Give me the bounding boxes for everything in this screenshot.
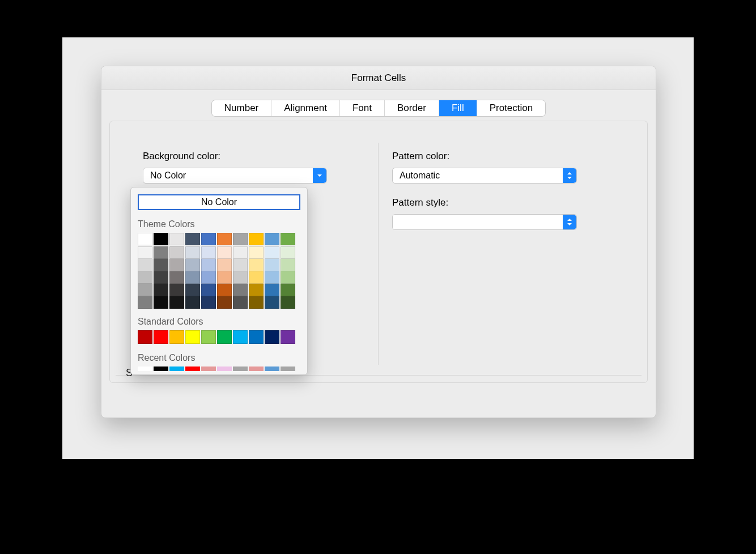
- color-swatch[interactable]: [217, 259, 232, 271]
- divider: [116, 375, 642, 376]
- theme-colors-title: Theme Colors: [138, 219, 300, 233]
- color-swatch[interactable]: [281, 296, 295, 309]
- color-swatch[interactable]: [154, 296, 168, 309]
- color-swatch[interactable]: [249, 259, 264, 271]
- color-swatch[interactable]: [265, 330, 279, 344]
- color-swatch[interactable]: [249, 330, 264, 344]
- theme-colors-row: [138, 233, 300, 245]
- color-swatch[interactable]: [138, 284, 152, 296]
- color-swatch[interactable]: [185, 233, 200, 245]
- color-swatch[interactable]: [138, 246, 152, 259]
- color-swatch[interactable]: [265, 284, 279, 296]
- color-swatch[interactable]: [201, 246, 216, 259]
- color-swatch[interactable]: [249, 271, 264, 284]
- color-swatch[interactable]: [265, 296, 279, 309]
- pattern-style-dropdown[interactable]: [392, 214, 577, 230]
- color-swatch[interactable]: [265, 233, 279, 245]
- color-swatch[interactable]: [154, 271, 168, 284]
- color-swatch[interactable]: [217, 271, 232, 284]
- color-swatch[interactable]: [185, 259, 200, 271]
- tab-number[interactable]: Number: [212, 100, 271, 116]
- color-swatch[interactable]: [249, 233, 264, 245]
- color-swatch[interactable]: [281, 271, 295, 284]
- pattern-style-label: Pattern style:: [392, 184, 614, 214]
- color-swatch[interactable]: [169, 246, 184, 259]
- color-swatch[interactable]: [233, 259, 248, 271]
- color-swatch[interactable]: [265, 259, 279, 271]
- background-color-dropdown[interactable]: No Color: [143, 168, 327, 184]
- chevron-updown-icon: [563, 168, 576, 183]
- color-swatch[interactable]: [249, 246, 264, 259]
- tab-protection[interactable]: Protection: [477, 100, 546, 116]
- tab-font[interactable]: Font: [340, 100, 385, 116]
- color-swatch[interactable]: [233, 330, 248, 344]
- color-swatch[interactable]: [217, 296, 232, 309]
- color-swatch[interactable]: [169, 271, 184, 284]
- tab-fill[interactable]: Fill: [439, 100, 477, 116]
- color-swatch[interactable]: [201, 233, 216, 245]
- tab-alignment[interactable]: Alignment: [271, 100, 340, 116]
- tab-border[interactable]: Border: [385, 100, 439, 116]
- color-swatch[interactable]: [281, 330, 295, 344]
- color-swatch[interactable]: [217, 284, 232, 296]
- color-swatch[interactable]: [154, 259, 168, 271]
- color-swatch[interactable]: [281, 367, 295, 371]
- color-swatch[interactable]: [185, 246, 200, 259]
- color-swatch[interactable]: [138, 233, 152, 245]
- pattern-color-value: Automatic: [400, 171, 440, 181]
- color-swatch[interactable]: [217, 330, 232, 344]
- color-swatch[interactable]: [201, 296, 216, 309]
- color-swatch[interactable]: [233, 367, 248, 371]
- no-color-button[interactable]: No Color: [138, 194, 300, 210]
- color-swatch[interactable]: [138, 259, 152, 271]
- pattern-color-dropdown[interactable]: Automatic: [392, 168, 577, 184]
- color-swatch[interactable]: [233, 296, 248, 309]
- color-swatch[interactable]: [169, 367, 184, 371]
- color-swatch[interactable]: [138, 367, 152, 371]
- recent-colors-title: Recent Colors: [138, 353, 300, 367]
- color-swatch[interactable]: [154, 246, 168, 259]
- color-swatch[interactable]: [281, 284, 295, 296]
- color-swatch[interactable]: [185, 296, 200, 309]
- color-swatch[interactable]: [281, 246, 295, 259]
- background-color-label: Background color:: [143, 151, 364, 168]
- chevron-updown-icon: [563, 215, 576, 229]
- color-swatch[interactable]: [201, 367, 216, 371]
- color-swatch[interactable]: [169, 330, 184, 344]
- color-swatch[interactable]: [185, 284, 200, 296]
- color-swatch[interactable]: [249, 296, 264, 309]
- color-swatch[interactable]: [154, 367, 168, 371]
- color-swatch[interactable]: [265, 271, 279, 284]
- color-swatch[interactable]: [233, 233, 248, 245]
- color-swatch[interactable]: [233, 271, 248, 284]
- color-swatch[interactable]: [281, 259, 295, 271]
- color-swatch[interactable]: [233, 246, 248, 259]
- color-swatch[interactable]: [249, 284, 264, 296]
- color-swatch[interactable]: [249, 367, 264, 371]
- color-swatch[interactable]: [233, 284, 248, 296]
- color-swatch[interactable]: [169, 284, 184, 296]
- color-swatch[interactable]: [138, 330, 152, 344]
- color-swatch[interactable]: [185, 271, 200, 284]
- color-swatch[interactable]: [185, 367, 200, 371]
- color-swatch[interactable]: [185, 330, 200, 344]
- color-swatch[interactable]: [201, 271, 216, 284]
- color-swatch[interactable]: [217, 233, 232, 245]
- color-swatch[interactable]: [154, 233, 168, 245]
- color-swatch[interactable]: [154, 284, 168, 296]
- color-swatch[interactable]: [169, 233, 184, 245]
- color-swatch[interactable]: [138, 271, 152, 284]
- color-swatch[interactable]: [265, 367, 279, 371]
- color-swatch[interactable]: [217, 367, 232, 371]
- color-swatch[interactable]: [217, 246, 232, 259]
- color-swatch[interactable]: [201, 330, 216, 344]
- color-swatch[interactable]: [265, 246, 279, 259]
- color-swatch[interactable]: [201, 284, 216, 296]
- standard-colors-title: Standard Colors: [138, 317, 300, 330]
- color-swatch[interactable]: [169, 296, 184, 309]
- color-swatch[interactable]: [201, 259, 216, 271]
- color-swatch[interactable]: [138, 296, 152, 309]
- color-swatch[interactable]: [169, 259, 184, 271]
- color-swatch[interactable]: [154, 330, 168, 344]
- color-swatch[interactable]: [281, 233, 295, 245]
